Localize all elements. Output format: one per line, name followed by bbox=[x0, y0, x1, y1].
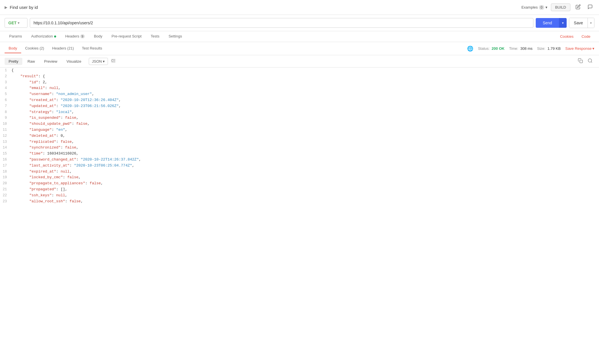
line-content: "allow_root_ssh": false, bbox=[11, 199, 599, 205]
tab-headers[interactable]: Headers9 bbox=[61, 31, 89, 42]
time-value: 308 ms bbox=[520, 46, 533, 51]
format-right-actions bbox=[576, 57, 594, 66]
line-number: 3 bbox=[0, 80, 11, 85]
line-content: "password_changed_at": "2020-10-22T14:26… bbox=[11, 157, 599, 163]
line-content: "synchronized": false, bbox=[11, 145, 599, 151]
examples-label: Examples bbox=[521, 5, 538, 9]
examples-badge: 0 bbox=[539, 5, 544, 10]
json-line-9: 9 "is_suspended": false, bbox=[0, 115, 599, 121]
json-line-1: 1{ bbox=[0, 68, 599, 74]
save-response-button[interactable]: Save Response ▾ bbox=[565, 46, 594, 51]
examples-arrow-icon: ▾ bbox=[545, 5, 547, 9]
line-content: "ssh_keys": null, bbox=[11, 193, 599, 199]
method-label: GET bbox=[8, 21, 17, 25]
json-line-5: 5 "username": "non_admin_user", bbox=[0, 91, 599, 97]
edit-icon-button[interactable] bbox=[574, 3, 582, 12]
method-arrow-icon: ▾ bbox=[18, 21, 19, 25]
line-content: "email": null, bbox=[11, 85, 599, 91]
fmt-tab-visualize[interactable]: Visualize bbox=[62, 58, 85, 65]
header-bar: ▶ Find user by id Examples 0 ▾ BUILD bbox=[0, 0, 599, 15]
line-number: 1 bbox=[0, 68, 11, 73]
line-content: { bbox=[11, 68, 599, 74]
line-number: 4 bbox=[0, 85, 11, 91]
save-response-arrow-icon: ▾ bbox=[592, 46, 594, 51]
line-content: "result": { bbox=[11, 74, 599, 80]
format-bar: Pretty Raw Preview Visualize JSON ▾ bbox=[0, 55, 599, 68]
edit-icon bbox=[576, 4, 581, 9]
copy-icon-button[interactable] bbox=[576, 57, 585, 66]
time-label: Time: 308 ms bbox=[509, 46, 533, 51]
url-bar: GET ▾ Send ▾ Save ▾ bbox=[0, 15, 599, 31]
request-tabs: Params Authorization Headers9 Body Pre-r… bbox=[0, 31, 599, 42]
json-format-select[interactable]: JSON ▾ bbox=[89, 58, 108, 65]
comment-icon-button[interactable] bbox=[586, 3, 594, 12]
line-content: "language": "en", bbox=[11, 127, 599, 133]
fmt-tab-raw[interactable]: Raw bbox=[23, 58, 39, 65]
save-dropdown-button[interactable]: ▾ bbox=[588, 18, 594, 28]
url-input[interactable] bbox=[30, 18, 533, 28]
json-line-16: 16 "password_changed_at": "2020-10-22T14… bbox=[0, 157, 599, 163]
size-value: 1.79 KB bbox=[547, 46, 561, 51]
right-tabs: Cookies Code bbox=[556, 31, 594, 41]
line-number: 14 bbox=[0, 145, 11, 151]
line-content: "last_activity_at": "2020-10-23T06:25:04… bbox=[11, 163, 599, 169]
line-number: 23 bbox=[0, 199, 11, 204]
tab-code-right[interactable]: Code bbox=[578, 31, 594, 41]
line-number: 16 bbox=[0, 157, 11, 163]
line-content: "replicated": false, bbox=[11, 139, 599, 145]
line-number: 15 bbox=[0, 151, 11, 157]
expand-icon: ▶ bbox=[5, 5, 7, 9]
wrap-icon-button[interactable] bbox=[109, 57, 118, 66]
svg-point-4 bbox=[588, 59, 592, 62]
line-content: "created_at": "2020-10-20T12:36:26.404Z"… bbox=[11, 97, 599, 103]
method-select[interactable]: GET ▾ bbox=[5, 18, 27, 28]
tab-tests[interactable]: Tests bbox=[146, 31, 164, 42]
line-number: 5 bbox=[0, 91, 11, 97]
resp-tab-body[interactable]: Body bbox=[5, 44, 21, 53]
svg-rect-3 bbox=[580, 60, 583, 63]
tab-prerequest[interactable]: Pre-request Script bbox=[107, 31, 146, 42]
json-line-11: 11 "language": "en", bbox=[0, 127, 599, 133]
resp-tab-test-results[interactable]: Test Results bbox=[78, 44, 106, 53]
build-button[interactable]: BUILD bbox=[551, 3, 570, 11]
tab-authorization[interactable]: Authorization bbox=[27, 31, 61, 42]
line-number: 8 bbox=[0, 109, 11, 115]
examples-button[interactable]: Examples 0 ▾ bbox=[521, 5, 547, 10]
json-format-arrow-icon: ▾ bbox=[103, 59, 105, 64]
save-response-label: Save Response bbox=[565, 46, 592, 51]
send-button[interactable]: Send bbox=[536, 18, 559, 28]
line-content: "should_update_pwd": false, bbox=[11, 121, 599, 127]
json-line-14: 14 "synchronized": false, bbox=[0, 145, 599, 151]
send-button-group: Send ▾ bbox=[536, 18, 567, 28]
line-number: 2 bbox=[0, 74, 11, 79]
json-line-17: 17 "last_activity_at": "2020-10-23T06:25… bbox=[0, 163, 599, 169]
line-content: "updated_at": "2020-10-23T06:21:56.026Z"… bbox=[11, 103, 599, 109]
status-label: Status: 200 OK bbox=[478, 46, 505, 51]
tab-cookies-right[interactable]: Cookies bbox=[556, 31, 578, 41]
header-actions: Examples 0 ▾ BUILD bbox=[521, 3, 594, 12]
json-line-19: 19 "locked_by_cmc": false, bbox=[0, 175, 599, 181]
tab-settings[interactable]: Settings bbox=[164, 31, 187, 42]
line-content: "is_suspended": false, bbox=[11, 115, 599, 121]
tab-body[interactable]: Body bbox=[89, 31, 107, 42]
send-dropdown-button[interactable]: ▾ bbox=[559, 18, 567, 28]
line-number: 11 bbox=[0, 127, 11, 133]
json-line-6: 6 "created_at": "2020-10-20T12:36:26.404… bbox=[0, 97, 599, 103]
save-button[interactable]: Save bbox=[569, 18, 588, 28]
resp-tab-cookies[interactable]: Cookies (2) bbox=[21, 44, 48, 53]
line-number: 9 bbox=[0, 115, 11, 121]
comment-icon bbox=[588, 4, 593, 9]
line-number: 12 bbox=[0, 133, 11, 139]
fmt-tab-preview[interactable]: Preview bbox=[40, 58, 61, 65]
resp-tab-headers[interactable]: Headers (21) bbox=[48, 44, 78, 53]
json-line-2: 2 "result": { bbox=[0, 74, 599, 80]
search-icon-button[interactable] bbox=[586, 57, 594, 66]
request-title: Find user by id bbox=[10, 5, 521, 10]
line-content: "deleted_at": 0, bbox=[11, 133, 599, 139]
save-button-group: Save ▾ bbox=[569, 18, 594, 28]
tab-params[interactable]: Params bbox=[5, 31, 27, 42]
line-content: "expired_at": null, bbox=[11, 169, 599, 175]
json-format-label: JSON bbox=[92, 59, 102, 64]
fmt-tab-pretty[interactable]: Pretty bbox=[5, 58, 22, 65]
line-number: 10 bbox=[0, 121, 11, 127]
